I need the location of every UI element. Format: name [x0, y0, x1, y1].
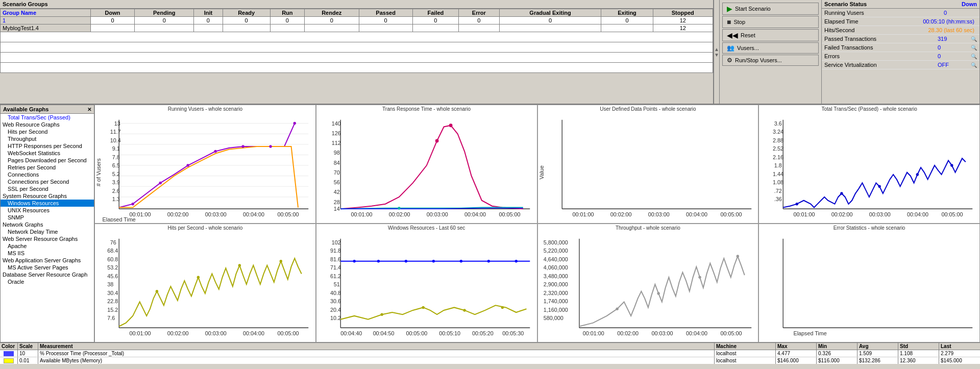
svg-text:71.4: 71.4: [330, 264, 341, 270]
svg-point-25: [214, 150, 216, 153]
stop-button[interactable]: ■ Stop: [722, 16, 819, 28]
service-search-icon[interactable]: 🔍: [971, 62, 977, 68]
svg-text:81.6: 81.6: [330, 256, 341, 262]
svg-text:00:04:50: 00:04:50: [373, 330, 394, 336]
sidebar-item-connections[interactable]: Connections: [1, 171, 94, 178]
error-stats-title: Error Statistics - whole scenario: [759, 224, 979, 232]
hits-per-second-row: Hits/Second 28.30 (last 60 sec): [822, 26, 979, 35]
sidebar-item-web-app-server[interactable]: Web Application Server Graphs: [1, 257, 94, 264]
legend-avg-header: Avg: [857, 343, 898, 350]
svg-text:98: 98: [333, 150, 339, 156]
sidebar-item-apache[interactable]: Apache: [1, 242, 94, 250]
svg-text:2.16: 2.16: [773, 154, 783, 160]
legend-row-2-measurement: Available MBytes (Memory): [38, 357, 715, 364]
sidebar-item-web-server[interactable]: Web Server Resource Graphs: [1, 235, 94, 242]
legend-row-1-machine: localhost: [715, 350, 776, 357]
failed-search-icon[interactable]: 🔍: [971, 45, 977, 51]
sidebar-item-database-server[interactable]: Database Server Resource Graph: [1, 271, 94, 278]
group-row-2-passed: [359, 24, 412, 32]
sidebar-item-ms-iis[interactable]: MS IIS: [1, 250, 94, 257]
sidebar-item-retries[interactable]: Retries per Second: [1, 164, 94, 171]
svg-text:5.2: 5.2: [112, 171, 120, 177]
group-row-1-failed: 0: [412, 17, 458, 24]
svg-text:.36: .36: [774, 196, 782, 202]
group-row-2-exiting: [601, 24, 653, 32]
group-row-2-down: [90, 24, 134, 32]
col-init: Init: [194, 9, 223, 17]
col-error: Error: [459, 9, 499, 17]
sidebar-item-http-responses[interactable]: HTTP Responses per Second: [1, 142, 94, 150]
available-graphs-sidebar: Available Graphs ✕ Total Trans/Sec (Pass…: [0, 105, 94, 342]
svg-text:2.88: 2.88: [773, 137, 783, 143]
sidebar-item-snmp[interactable]: SNMP: [1, 214, 94, 221]
sidebar-item-ms-active[interactable]: MS Active Server Pages: [1, 264, 94, 271]
windows-resources-title: Windows Resources - Last 60 sec: [316, 224, 537, 232]
svg-text:53.2: 53.2: [107, 264, 118, 270]
svg-text:00:04:40: 00:04:40: [340, 330, 362, 336]
svg-point-124: [487, 260, 489, 262]
svg-point-28: [293, 122, 296, 125]
vusers-icon: 👥: [727, 44, 734, 52]
sidebar-item-oracle[interactable]: Oracle: [1, 278, 94, 285]
vusers-button[interactable]: 👥 Vusers...: [722, 42, 819, 54]
start-scenario-button[interactable]: ▶ Start Scenario: [722, 3, 819, 15]
error-stats-chart: Error Statistics - whole scenario Elapse…: [758, 224, 980, 342]
sidebar-item-connections-per-sec[interactable]: Connections per Second: [1, 178, 94, 185]
svg-text:2,320,000: 2,320,000: [543, 290, 568, 296]
svg-point-119: [353, 260, 355, 262]
sidebar-item-windows-resources[interactable]: Windows Resources: [1, 200, 94, 207]
col-pending: Pending: [135, 9, 194, 17]
group-row-1-down: 0: [90, 17, 134, 24]
total-trans-chart: Total Trans/Sec (Passed) - whole scenari…: [758, 105, 980, 224]
reset-button[interactable]: ◀◀ Reset: [722, 29, 819, 41]
group-row-1-init: 0: [194, 17, 223, 24]
svg-text:1.08: 1.08: [773, 179, 783, 185]
svg-text:5,220,000: 5,220,000: [543, 248, 568, 254]
svg-point-120: [377, 260, 379, 262]
sidebar-item-system-resource[interactable]: System Resource Graphs: [1, 192, 94, 200]
legend-row-1-min: 0.326: [817, 350, 857, 357]
sidebar-item-total-trans[interactable]: Total Trans/Sec (Passed): [1, 114, 94, 121]
sidebar-item-throughput[interactable]: Throughput: [1, 135, 94, 142]
total-trans-title: Total Trans/Sec (Passed) - whole scenari…: [759, 105, 979, 113]
errors-row: Errors 0 🔍: [822, 52, 979, 61]
legend-row-2-scale: 0.01: [18, 357, 38, 364]
legend-measurement-header: Measurement: [38, 343, 715, 350]
sidebar-close-button[interactable]: ✕: [87, 107, 91, 112]
svg-text:61.2: 61.2: [330, 273, 341, 279]
trans-response-title: Trans Response Time - whole scenario: [316, 105, 537, 113]
sidebar-item-websocket[interactable]: WebSocket Statistics: [1, 150, 94, 157]
sidebar-item-pages-downloaded[interactable]: Pages Downloaded per Second: [1, 157, 94, 164]
svg-point-47: [435, 139, 438, 143]
svg-text:112: 112: [331, 140, 340, 146]
legend-row-2-machine: localhost: [715, 357, 776, 364]
sidebar-item-hits-per-sec[interactable]: Hits per Second: [1, 128, 94, 135]
svg-text:00:03:00: 00:03:00: [427, 211, 448, 217]
svg-text:1.3: 1.3: [112, 196, 120, 202]
group-row-1-passed: 0: [359, 17, 412, 24]
legend-row-2-last: $145.000: [939, 357, 980, 364]
svg-text:00:03:00: 00:03:00: [869, 211, 891, 217]
errors-search-icon[interactable]: 🔍: [971, 54, 977, 59]
run-stop-vusers-button[interactable]: ⚙ Run/Stop Vusers...: [722, 55, 819, 66]
sidebar-item-network-graphs[interactable]: Network Graphs: [1, 221, 94, 228]
passed-search-icon[interactable]: 🔍: [971, 36, 977, 42]
svg-point-75: [796, 203, 798, 205]
sidebar-item-web-resource[interactable]: Web Resource Graphs: [1, 121, 94, 128]
svg-point-77: [878, 185, 881, 188]
svg-point-49: [398, 207, 400, 209]
svg-text:1.44: 1.44: [773, 171, 783, 177]
sidebar-item-ssl[interactable]: SSL per Second: [1, 185, 94, 192]
svg-text:00:03:00: 00:03:00: [648, 211, 669, 217]
col-gradual: Gradual Exiting: [499, 9, 601, 17]
group-row-1-name: 1: [1, 17, 91, 24]
svg-text:Elapsed Time: Elapsed Time: [794, 330, 827, 336]
svg-text:00:02:00: 00:02:00: [167, 330, 189, 336]
col-failed: Failed: [412, 9, 458, 17]
svg-point-151: [736, 255, 739, 257]
sidebar-item-unix-resources[interactable]: UNIX Resources: [1, 207, 94, 214]
sidebar-item-network-delay[interactable]: Network Delay Time: [1, 228, 94, 235]
svg-text:00:03:00: 00:03:00: [205, 330, 227, 336]
svg-text:9.1: 9.1: [112, 145, 120, 152]
svg-point-150: [698, 276, 701, 279]
